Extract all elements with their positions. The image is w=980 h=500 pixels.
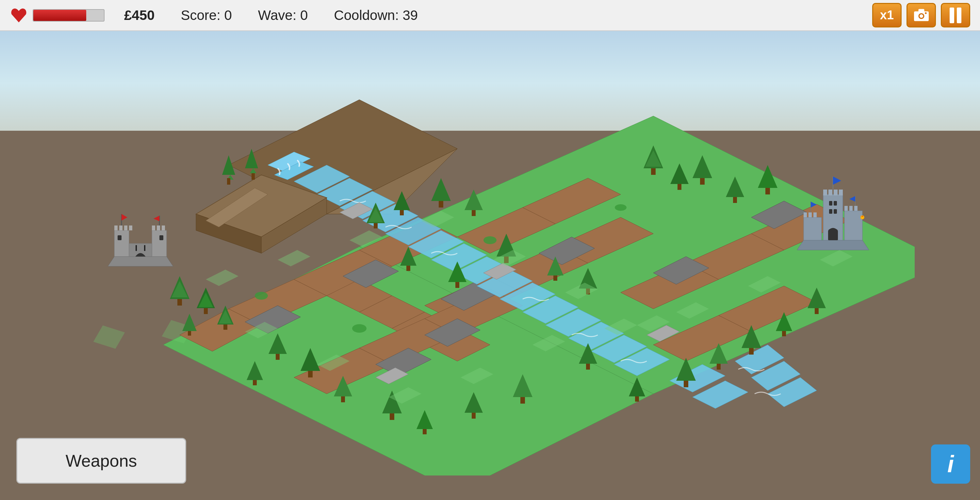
svg-rect-115 xyxy=(276,354,280,360)
isometric-map xyxy=(65,51,915,476)
svg-rect-72 xyxy=(251,173,255,180)
svg-rect-71 xyxy=(227,178,230,185)
svg-rect-156 xyxy=(152,226,155,230)
svg-rect-153 xyxy=(119,226,123,230)
svg-rect-176 xyxy=(803,212,807,217)
health-section xyxy=(10,6,105,24)
svg-rect-175 xyxy=(839,189,843,196)
svg-marker-200 xyxy=(278,250,310,266)
svg-marker-187 xyxy=(850,196,855,202)
svg-rect-150 xyxy=(152,230,167,256)
svg-rect-164 xyxy=(159,235,163,240)
svg-rect-149 xyxy=(115,230,129,256)
svg-rect-10 xyxy=(94,325,125,349)
svg-rect-171 xyxy=(828,230,838,240)
svg-rect-154 xyxy=(124,226,127,230)
svg-rect-97 xyxy=(374,223,378,228)
svg-rect-177 xyxy=(808,212,812,217)
svg-rect-173 xyxy=(829,189,832,196)
svg-point-4 xyxy=(925,13,926,14)
svg-rect-83 xyxy=(188,331,191,336)
svg-point-144 xyxy=(255,292,268,300)
svg-marker-162 xyxy=(154,216,159,221)
pause-button[interactable] xyxy=(941,3,970,27)
svg-rect-107 xyxy=(455,282,459,288)
svg-marker-148 xyxy=(108,256,173,266)
svg-point-145 xyxy=(484,236,496,244)
speed-button[interactable]: x1 xyxy=(872,3,902,27)
svg-rect-141 xyxy=(782,331,786,336)
game-map[interactable] xyxy=(0,31,980,500)
svg-marker-82 xyxy=(182,314,197,331)
svg-rect-90 xyxy=(700,178,705,185)
svg-rect-88 xyxy=(678,184,681,190)
svg-marker-74 xyxy=(172,281,188,298)
svg-rect-119 xyxy=(253,380,257,385)
score-display: Score: 0 xyxy=(181,8,232,23)
svg-rect-143 xyxy=(815,308,819,314)
svg-rect-166 xyxy=(144,245,145,251)
svg-rect-1 xyxy=(918,9,924,13)
svg-rect-125 xyxy=(423,429,426,434)
svg-rect-101 xyxy=(439,201,443,207)
svg-rect-172 xyxy=(823,189,827,196)
weapons-button[interactable]: Weapons xyxy=(16,438,186,484)
svg-point-3 xyxy=(920,14,923,18)
cooldown-display: Cooldown: 39 xyxy=(334,8,418,23)
svg-rect-135 xyxy=(684,381,688,387)
currency-display: £450 xyxy=(124,8,154,23)
svg-rect-191 xyxy=(834,209,837,214)
heart-icon xyxy=(10,6,28,24)
svg-rect-189 xyxy=(834,201,837,205)
svg-point-147 xyxy=(352,324,366,333)
svg-rect-131 xyxy=(586,364,590,369)
svg-rect-178 xyxy=(813,212,817,217)
svg-rect-165 xyxy=(135,245,137,251)
svg-rect-121 xyxy=(341,396,345,402)
svg-rect-86 xyxy=(651,168,655,175)
svg-rect-158 xyxy=(162,226,165,230)
svg-rect-111 xyxy=(554,275,557,281)
svg-rect-174 xyxy=(834,189,838,196)
svg-rect-117 xyxy=(308,371,313,377)
info-button[interactable]: i xyxy=(931,444,970,484)
svg-rect-78 xyxy=(204,308,208,314)
svg-rect-139 xyxy=(749,348,754,355)
svg-rect-92 xyxy=(733,197,737,203)
svg-rect-81 xyxy=(223,325,228,330)
svg-marker-183 xyxy=(833,177,841,185)
svg-marker-199 xyxy=(206,270,239,286)
svg-rect-75 xyxy=(177,299,182,306)
svg-rect-190 xyxy=(829,209,832,214)
svg-rect-137 xyxy=(717,364,721,369)
pause-icon xyxy=(950,8,961,23)
svg-rect-103 xyxy=(472,210,476,216)
svg-rect-181 xyxy=(854,206,858,211)
health-bar-container xyxy=(33,9,105,22)
camera-icon xyxy=(912,8,930,22)
game-container: £450 Score: 0 Wave: 0 Cooldown: 39 x1 xyxy=(0,0,980,500)
svg-rect-133 xyxy=(635,396,639,401)
svg-rect-123 xyxy=(390,413,394,420)
svg-marker-167 xyxy=(797,240,869,250)
wave-display: Wave: 0 xyxy=(258,8,308,23)
svg-rect-129 xyxy=(520,397,525,404)
svg-rect-169 xyxy=(803,217,822,240)
svg-rect-163 xyxy=(118,235,121,240)
svg-rect-170 xyxy=(845,211,862,240)
svg-rect-105 xyxy=(406,266,410,271)
screenshot-button[interactable] xyxy=(907,3,936,27)
health-bar-fill xyxy=(33,10,86,21)
svg-rect-188 xyxy=(829,201,832,205)
svg-marker-160 xyxy=(121,214,127,221)
svg-marker-100 xyxy=(431,178,451,201)
svg-rect-157 xyxy=(157,226,160,230)
svg-rect-152 xyxy=(115,226,118,230)
svg-rect-127 xyxy=(472,413,476,419)
svg-rect-99 xyxy=(400,210,404,215)
svg-rect-94 xyxy=(765,188,770,194)
svg-rect-155 xyxy=(129,226,132,230)
hud-bar: £450 Score: 0 Wave: 0 Cooldown: 39 x1 xyxy=(0,0,980,31)
svg-rect-179 xyxy=(845,206,848,211)
svg-rect-180 xyxy=(850,206,853,211)
